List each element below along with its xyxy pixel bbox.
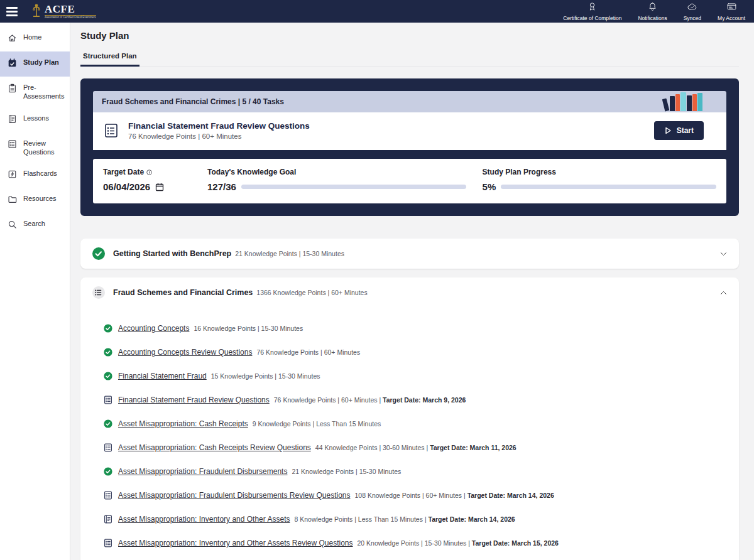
study-task-row: Accounting Concepts Review Questions 76 … [104,348,728,357]
study-plan-hero-card: Fraud Schemes and Financial Crimes | 5 /… [80,78,739,216]
study-task-row: Financial Statement Fraud Review Questio… [104,396,728,404]
completed-check-icon [104,372,112,380]
task-meta: 15 Knowledge Points | 15-30 Minutes [211,372,320,380]
id-card-icon [726,1,737,14]
home-icon [8,33,17,45]
task-meta: 108 Knowledge Points | 60+ Minutes | Tar… [355,492,554,499]
task-link[interactable]: Asset Misappropriation: Inventory and Ot… [118,515,290,524]
menu-icon[interactable] [6,4,23,18]
review-questions-icon [104,396,112,404]
checklist-icon [8,139,17,151]
play-icon [664,127,672,134]
topbar-action-my-account[interactable]: My Account [718,1,745,21]
task-link[interactable]: Accounting Concepts Review Questions [118,348,252,357]
section-title: Fraud Schemes and Financial Crimes [113,288,253,297]
lesson-icon [104,515,112,524]
calendar-check-icon [8,58,17,70]
list-circle-icon [92,286,106,299]
bell-icon [647,1,658,14]
sidebar-item-search[interactable]: Search [0,213,70,238]
check-circle-icon [92,247,106,261]
flashcard-icon [8,169,17,181]
study-task-row: Accounting Concepts 16 Knowledge Points … [104,324,728,333]
certificate-icon [587,1,598,14]
review-questions-icon [104,443,112,452]
task-meta: 20 Knowledge Points | 15-30 Minutes | Ta… [358,539,559,547]
study-section-card: Fraud Schemes and Financial Crimes 1366 … [80,277,739,560]
task-link[interactable]: Asset Misappropriation: Cash Receipts [118,419,248,428]
section-header[interactable]: Getting Started with BenchPrep 21 Knowle… [80,239,739,269]
sidebar-item-review-questions[interactable]: Review Questions [0,132,70,163]
task-link[interactable]: Asset Misappropriation: Inventory and Ot… [118,539,353,547]
completed-check-icon [104,467,112,476]
task-meta: 76 Knowledge Points | 60+ Minutes [128,132,654,140]
sidebar: HomeStudy PlanPre-AssessmentsLessonsRevi… [0,23,70,560]
topbar-action-notifications[interactable]: Notifications [638,1,667,21]
tab-bar: Structured Plan [80,50,739,67]
review-questions-icon [103,122,119,139]
sidebar-item-lessons[interactable]: Lessons [0,107,70,132]
review-questions-icon [104,491,112,500]
chevron-up-icon[interactable] [719,289,728,297]
page-title: Study Plan [80,30,739,41]
task-meta: 76 Knowledge Points | 60+ Minutes | Targ… [274,396,466,404]
section-header[interactable]: Fraud Schemes and Financial Crimes 1366 … [80,277,739,308]
target-date-label: Target Date [103,168,191,176]
study-stats-row: Target Date 06/04/2026 Today's Knowledge… [93,159,726,203]
knowledge-goal-progressbar [241,185,466,189]
current-task-row: Financial Statement Fraud Review Questio… [93,112,726,150]
acfe-logo[interactable]: ACFE Association of Certified Fraud Exam… [31,4,96,19]
sidebar-item-flashcards[interactable]: Flashcards [0,163,70,188]
study-section-card: Getting Started with BenchPrep 21 Knowle… [80,239,739,269]
section-meta: 21 Knowledge Points | 15-30 Minutes [235,250,344,257]
start-button[interactable]: Start [654,121,704,140]
task-link[interactable]: Asset Misappropriation: Fraudulent Disbu… [118,491,351,500]
target-date-value: 06/04/2026 [103,181,150,192]
task-link[interactable]: Financial Statement Fraud Review Questio… [118,396,270,404]
study-plan-progressbar [501,185,716,189]
task-link[interactable]: Accounting Concepts [118,324,189,333]
study-task-row: Asset Misappropriation: Inventory and Ot… [104,539,728,547]
folder-icon [8,194,17,207]
topbar-action-synced[interactable]: Synced [684,1,701,21]
sidebar-item-study-plan[interactable]: Study Plan [0,51,70,77]
task-link[interactable]: Financial Statement Fraud [118,372,207,380]
cloud-check-icon [687,1,697,14]
completed-check-icon [104,419,112,428]
task-link[interactable]: Asset Misappropriation: Cash Receipts Re… [118,443,311,452]
calendar-icon[interactable] [155,183,164,191]
sidebar-item-pre-assessments[interactable]: Pre-Assessments [0,77,70,107]
clipboard-icon [8,83,17,95]
study-task-row: Asset Misappropriation: Inventory and Ot… [104,515,728,524]
book-icon [8,114,17,126]
tab-structured-plan[interactable]: Structured Plan [80,52,139,67]
review-questions-icon [104,539,112,547]
hero-header: Fraud Schemes and Financial Crimes | 5 /… [93,91,726,112]
study-task-row: Asset Misappropriation: Cash Receipts Re… [104,443,728,452]
task-meta: 44 Knowledge Points | 30-60 Minutes | Ta… [315,444,516,451]
completed-check-icon [104,348,112,357]
task-meta: 8 Knowledge Points | Less Than 15 Minute… [294,515,515,523]
study-task-row: Asset Misappropriation: Cash Receipts 9 … [104,419,728,428]
study-task-row: Asset Misappropriation: Fraudulent Disbu… [104,491,728,500]
task-meta: 16 Knowledge Points | 15-30 Minutes [194,325,303,332]
books-illustration [664,92,702,111]
search-icon [8,219,17,232]
section-items: Accounting Concepts 16 Knowledge Points … [80,308,739,560]
main-content: Study Plan Structured Plan Fraud Schemes… [70,23,754,560]
knowledge-goal-label: Today's Knowledge Goal [207,168,466,176]
brand-name: ACFE [45,4,96,14]
task-title: Financial Statement Fraud Review Questio… [128,121,654,131]
info-icon[interactable] [146,170,152,175]
task-link[interactable]: Asset Misappropriation: Fraudulent Disbu… [118,467,287,476]
study-task-row: Asset Misappropriation: Fraudulent Disbu… [104,467,728,476]
task-meta: 76 Knowledge Points | 60+ Minutes [256,348,360,356]
study-plan-progress-value: 5% [483,181,496,192]
topbar-action-certificate-of-completion[interactable]: Certificate of Completion [563,1,621,21]
sidebar-item-resources[interactable]: Resources [0,188,70,213]
sidebar-item-home[interactable]: Home [0,26,70,51]
chevron-down-icon[interactable] [719,250,728,258]
study-task-row: Financial Statement Fraud 15 Knowledge P… [104,372,728,380]
knowledge-goal-value: 127/36 [207,181,236,192]
brand-tagline: Association of Certified Fraud Examiners [45,15,96,19]
